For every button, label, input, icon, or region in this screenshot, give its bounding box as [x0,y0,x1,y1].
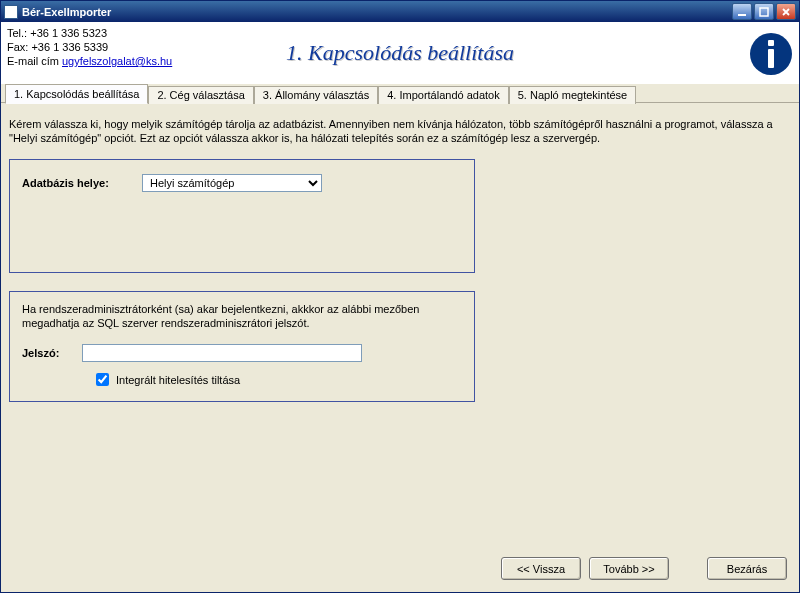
password-info-text: Ha rendszeradminisztrátorként (sa) akar … [22,302,462,330]
tab-log[interactable]: 5. Napló megtekintése [509,86,636,104]
db-location-group: Adatbázis helye: Helyi számítógép [9,159,475,273]
window-title: Bér-ExelImporter [22,6,730,18]
close-button[interactable] [776,3,796,20]
minimize-button[interactable] [732,3,752,20]
maximize-button[interactable] [754,3,774,20]
client-area: Tel.: +36 1 336 5323 Fax: +36 1 336 5339… [1,22,799,592]
instructions-text: Kérem válassza ki, hogy melyik számítógé… [5,113,795,155]
email-prefix: E-mail cím [7,55,62,67]
tab-company[interactable]: 2. Cég választása [148,86,253,104]
close-dialog-button[interactable]: Bezárás [707,557,787,580]
tabstrip: 1. Kapcsolódás beállítása 2. Cég választ… [1,84,799,103]
db-location-label: Adatbázis helye: [22,177,142,189]
button-bar: << Vissza Tovább >> Bezárás [5,551,795,586]
tab-import-data[interactable]: 4. Importálandó adatok [378,86,509,104]
tab-content: Kérem válassza ki, hogy melyik számítógé… [1,103,799,592]
password-input[interactable] [82,344,362,362]
disable-integrated-auth-label[interactable]: Integrált hitelesítés tiltása [116,374,240,386]
tab-file[interactable]: 3. Állomány választás [254,86,378,104]
db-location-select[interactable]: Helyi számítógép [142,174,322,192]
step-title: 1. Kapcsolódás beállítása [286,40,514,66]
info-icon[interactable] [749,32,793,76]
password-label: Jelszó: [22,347,82,359]
svg-rect-4 [768,49,774,68]
disable-integrated-auth-checkbox[interactable] [96,373,109,386]
svg-rect-1 [760,8,768,16]
back-button[interactable]: << Vissza [501,557,581,580]
app-window: Bér-ExelImporter Tel.: +36 1 336 5323 Fa… [0,0,800,593]
email-link[interactable]: ugyfelszolgalat@ks.hu [62,55,172,67]
password-group: Ha rendszeradminisztrátorként (sa) akar … [9,291,475,402]
svg-rect-3 [768,40,774,46]
titlebar: Bér-ExelImporter [1,1,799,22]
tel-line: Tel.: +36 1 336 5323 [7,26,771,40]
app-icon [4,5,18,19]
next-button[interactable]: Tovább >> [589,557,669,580]
header: Tel.: +36 1 336 5323 Fax: +36 1 336 5339… [1,22,799,84]
tab-connection[interactable]: 1. Kapcsolódás beállítása [5,84,148,104]
svg-rect-0 [738,14,746,16]
